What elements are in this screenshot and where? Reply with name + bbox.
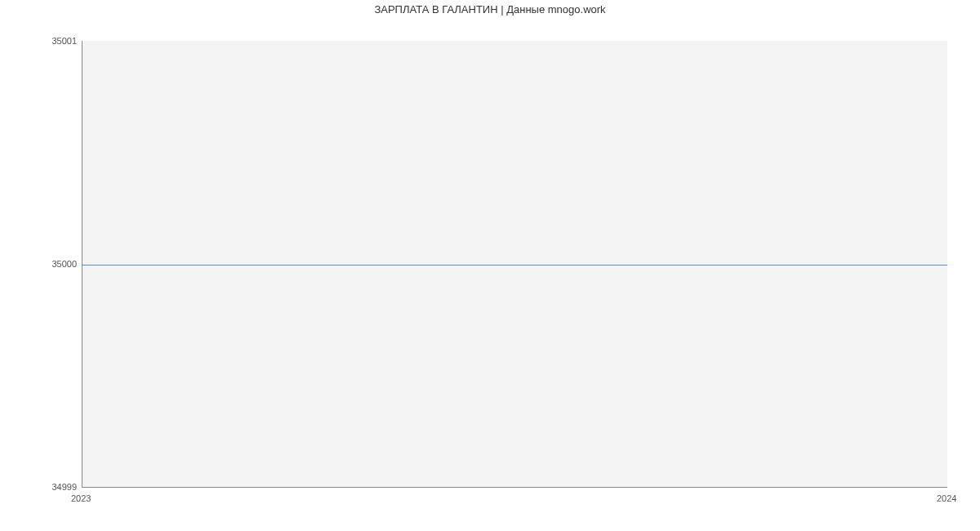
salary-line [82, 265, 947, 266]
x-tick-left: 2023 [71, 494, 91, 503]
chart-title: ЗАРПЛАТА В ГАЛАНТИН | Данные mnogo.work [0, 0, 980, 16]
y-tick-mid: 35000 [51, 260, 77, 269]
y-tick-top: 35001 [51, 37, 77, 46]
chart-area: 35001 35000 34999 2023 2024 [82, 41, 947, 488]
y-tick-bot: 34999 [51, 483, 77, 492]
plot-area [82, 41, 947, 488]
x-tick-right: 2024 [937, 494, 956, 503]
